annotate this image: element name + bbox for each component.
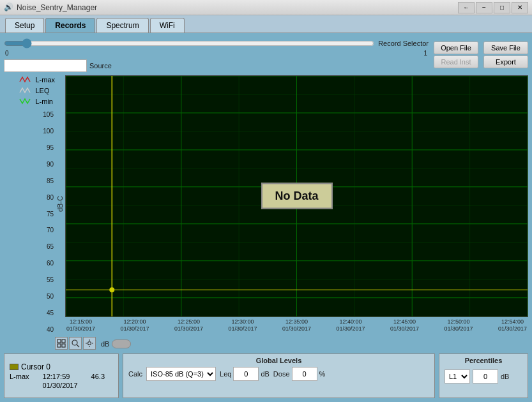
y-axis-label: dB-C xyxy=(56,196,64,212)
dose-label: Dose xyxy=(273,370,290,378)
grid-icon xyxy=(57,339,66,348)
cursor-header: Cursor 0 xyxy=(10,362,113,371)
leq-unit: dB xyxy=(261,370,269,378)
main-content: Record Selector 0 1 Source Open File Rea… xyxy=(0,33,532,402)
slider-section: Record Selector 0 1 Source xyxy=(4,38,429,72)
ytick-45: 45 xyxy=(47,309,54,316)
ytick-65: 65 xyxy=(47,243,54,250)
grid-icon-btn[interactable] xyxy=(55,337,68,350)
xlabel-1: 12:20:00 01/30/2017 xyxy=(120,318,149,333)
legend-leq-label: LEQ xyxy=(35,87,49,94)
global-levels-panel: Global Levels Calc ISO-85 dB (Q=3) Leq d… xyxy=(123,354,435,398)
cursor-value: 46.3 xyxy=(91,373,113,380)
back-button[interactable]: ← xyxy=(458,2,475,13)
ytick-40: 40 xyxy=(47,326,54,333)
title-bar: 🔊 Noise_Sentry_Manager ← − □ ✕ xyxy=(0,0,532,15)
chart-x-labels: 12:15:00 01/30/2017 12:20:00 01/30/2017 … xyxy=(65,318,528,333)
slider-numbers: 0 1 xyxy=(4,50,429,57)
ytick-100: 100 xyxy=(43,128,54,135)
svg-rect-40 xyxy=(57,344,61,347)
percentiles-title: Percentiles xyxy=(445,357,522,364)
svg-rect-38 xyxy=(57,339,61,343)
cursor-panel: Cursor 0 L-max 12:17:59 46.3 01/30/2017 xyxy=(4,354,119,398)
bottom-icons xyxy=(55,337,96,350)
cursor-date: 01/30/2017 xyxy=(43,382,86,389)
cursor-time: 12:17:59 xyxy=(43,373,86,380)
ytick-105: 105 xyxy=(43,111,54,118)
zoom-icon xyxy=(71,339,80,348)
legend-lmax: L-max xyxy=(19,75,55,84)
percentile-select[interactable]: L1 L5 L10 L50 L90 xyxy=(445,369,470,383)
open-file-button[interactable]: Open File xyxy=(434,41,478,54)
dose-input[interactable] xyxy=(292,367,317,381)
legend-leq: LEQ xyxy=(19,86,55,95)
legend-lmin-label: L-min xyxy=(35,98,53,105)
source-input[interactable] xyxy=(4,59,87,72)
zoom-icon-btn[interactable] xyxy=(69,337,82,350)
export-button[interactable]: Export xyxy=(483,56,528,68)
leq-group: Leq dB xyxy=(220,367,270,381)
save-file-button[interactable]: Save File xyxy=(483,41,528,54)
ytick-55: 55 xyxy=(47,276,54,283)
leq-input[interactable] xyxy=(233,367,259,381)
lmin-icon xyxy=(19,97,33,106)
db-toggle-switch[interactable] xyxy=(112,339,131,348)
chart-container: L-max LEQ L-min 105 xyxy=(4,75,528,333)
lmax-icon xyxy=(19,75,33,84)
tab-records[interactable]: Records xyxy=(45,18,95,33)
svg-point-42 xyxy=(72,340,77,345)
svg-point-37 xyxy=(109,287,114,292)
ytick-50: 50 xyxy=(47,293,54,300)
leq-label: Leq xyxy=(220,370,231,378)
xlabel-3: 12:30:00 01/30/2017 xyxy=(228,318,257,333)
calc-select[interactable]: ISO-85 dB (Q=3) xyxy=(146,367,216,381)
leq-icon xyxy=(19,86,33,95)
calc-label: Calc xyxy=(128,370,142,378)
bottom-icon-row: dB xyxy=(4,336,528,351)
ytick-70: 70 xyxy=(47,227,54,234)
legend-lmin: L-min xyxy=(19,97,55,106)
cursor-empty2 xyxy=(91,382,113,389)
svg-rect-39 xyxy=(62,339,65,343)
source-row: Source xyxy=(4,59,429,72)
cursor-color-box xyxy=(10,364,19,370)
percentile-input[interactable] xyxy=(473,369,498,383)
record-selector-label: Record Selector xyxy=(378,40,429,47)
slider-min: 0 xyxy=(5,50,9,57)
xlabel-8: 12:54:00 01/30/2017 xyxy=(498,318,527,333)
app-icon: 🔊 xyxy=(4,3,14,13)
db-label: dB xyxy=(101,340,109,348)
minimize-button[interactable]: − xyxy=(476,2,492,13)
slider-row: Record Selector xyxy=(4,38,429,49)
source-label: Source xyxy=(89,62,112,70)
read-inst-button[interactable]: Read Inst xyxy=(434,56,478,68)
global-levels-title: Global Levels xyxy=(128,357,429,364)
no-data-label: No Data xyxy=(261,183,332,209)
bottom-bar: Cursor 0 L-max 12:17:59 46.3 01/30/2017 … xyxy=(4,354,528,398)
ytick-80: 80 xyxy=(47,194,54,201)
ytick-95: 95 xyxy=(47,144,54,151)
svg-line-43 xyxy=(77,345,79,347)
save-export-button-group: Save File Export xyxy=(483,41,528,68)
close-button[interactable]: ✕ xyxy=(512,2,528,13)
ytick-90: 90 xyxy=(47,161,54,168)
ytick-60: 60 xyxy=(47,260,54,267)
dose-unit: % xyxy=(319,370,326,378)
title-bar-controls: ← − □ ✕ xyxy=(458,2,528,13)
percentile-unit: dB xyxy=(501,373,509,380)
tab-spectrum[interactable]: Spectrum xyxy=(96,18,148,33)
record-slider[interactable] xyxy=(4,38,374,49)
file-button-group: Open File Read Inst xyxy=(434,41,478,68)
slider-max: 1 xyxy=(423,50,427,57)
chart-canvas[interactable]: No Data xyxy=(65,75,528,317)
percentile-controls: L1 L5 L10 L50 L90 dB xyxy=(445,369,522,383)
settings-icon-btn[interactable] xyxy=(83,337,96,350)
cursor-data: L-max 12:17:59 46.3 01/30/2017 xyxy=(10,373,113,389)
tab-wifi[interactable]: WiFi xyxy=(150,18,185,33)
legend-lmax-label: L-max xyxy=(35,76,55,84)
xlabel-4: 12:35:00 01/30/2017 xyxy=(282,318,311,333)
xlabel-6: 12:45:00 01/30/2017 xyxy=(390,318,419,333)
tab-bar: Setup Records Spectrum WiFi xyxy=(0,15,532,33)
maximize-button[interactable]: □ xyxy=(494,2,510,13)
tab-setup[interactable]: Setup xyxy=(5,18,44,33)
